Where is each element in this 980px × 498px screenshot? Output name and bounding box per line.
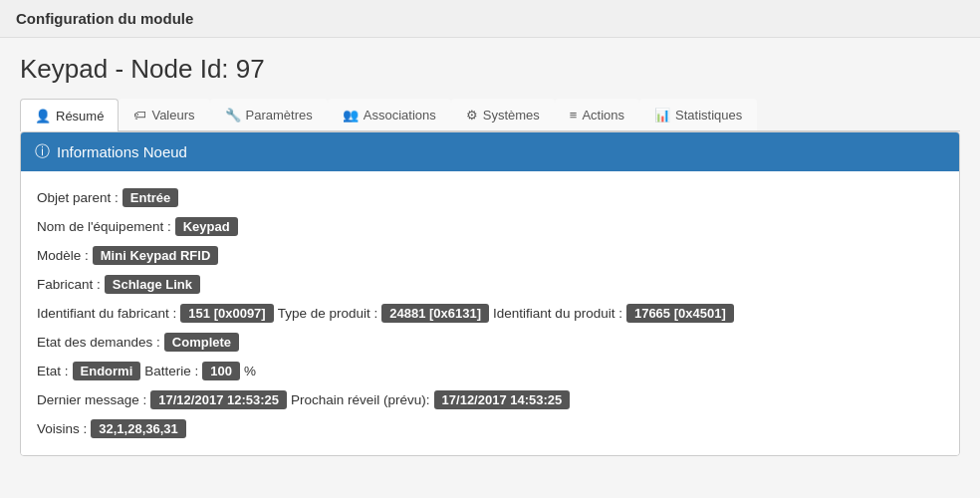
prochain-reveil-badge: 17/12/2017 14:53:25 [434,390,571,409]
batterie-suffix: % [244,364,256,378]
etat-demandes-label: Etat des demandes : [37,335,160,350]
prochain-reveil-label: Prochain réveil (prévu): [291,392,430,407]
modele-label: Modèle : [37,248,89,263]
people-icon: 👥 [343,108,359,123]
top-bar: Configuration du module [0,0,980,38]
tab-associations[interactable]: 👥 Associations [328,99,451,130]
nom-equipement-badge: Keypad [175,217,238,236]
tab-systemes[interactable]: ⚙ Systèmes [451,99,555,130]
gear-icon: ⚙ [466,108,478,123]
etat-label: Etat : [37,364,69,378]
wrench-icon: 🔧 [225,108,241,123]
row-objet-parent: Objet parent : Entrée [37,183,943,212]
nom-equipement-label: Nom de l'équipement : [37,219,171,234]
tab-actions[interactable]: ≡ Actions [555,99,639,130]
tab-valeurs[interactable]: 🏷 Valeurs [119,99,209,130]
voisins-label: Voisins : [37,421,87,436]
id-fabricant-label: Identifiant du fabricant : [37,306,176,321]
tab-resume[interactable]: 👤 Résumé [20,99,119,131]
info-header-title: Informations Noeud [57,143,187,160]
page-title: Keypad - Node Id: 97 [20,54,960,85]
row-modele: Modèle : Mini Keypad RFID [37,241,943,270]
row-voisins: Voisins : 32,1,28,36,31 [37,414,943,443]
voisins-badge: 32,1,28,36,31 [91,419,186,438]
fabricant-badge: Schlage Link [105,275,200,294]
row-dernier-message: Dernier message : 17/12/2017 12:53:25 Pr… [37,385,943,414]
tab-parametres[interactable]: 🔧 Paramètres [210,99,328,130]
row-etat-batterie: Etat : Endormi Batterie : 100 % [37,357,943,385]
dernier-message-label: Dernier message : [37,392,146,407]
chart-icon: 📊 [654,108,670,123]
fabricant-label: Fabricant : [37,277,101,292]
row-identifiants: Identifiant du fabricant : 151 [0x0097] … [37,299,943,328]
page-content: Keypad - Node Id: 97 👤 Résumé 🏷 Valeurs … [0,38,980,472]
info-header: ⓘ Informations Noeud [21,132,959,171]
batterie-badge: 100 [202,362,240,380]
list-icon: ≡ [570,108,578,123]
tab-systemes-label: Systèmes [483,108,540,123]
objet-parent-label: Objet parent : [37,190,119,205]
dernier-message-badge: 17/12/2017 12:53:25 [150,390,287,409]
etat-demandes-badge: Complete [164,333,239,352]
id-produit-badge: 17665 [0x4501] [626,304,734,323]
info-icon: ⓘ [35,142,50,161]
resume-icon: 👤 [35,109,51,124]
tabs-container: 👤 Résumé 🏷 Valeurs 🔧 Paramètres 👥 Associ… [20,99,960,131]
top-bar-title: Configuration du module [16,10,193,27]
id-fabricant-badge: 151 [0x0097] [180,304,273,323]
batterie-label: Batterie : [144,364,198,378]
etat-badge: Endormi [73,362,141,380]
tab-parametres-label: Paramètres [246,108,313,123]
modele-badge: Mini Keypad RFID [93,246,219,265]
tab-statistiques[interactable]: 📊 Statistiques [639,99,757,130]
type-produit-label: Type de produit : [278,306,378,321]
tag-icon: 🏷 [133,108,146,123]
tab-associations-label: Associations [364,108,436,123]
row-etat-demandes: Etat des demandes : Complete [37,328,943,357]
tab-statistiques-label: Statistiques [675,108,742,123]
objet-parent-badge: Entrée [122,188,178,207]
row-fabricant: Fabricant : Schlage Link [37,270,943,299]
info-body: Objet parent : Entrée Nom de l'équipemen… [21,171,959,455]
tab-resume-label: Résumé [56,109,104,124]
tab-valeurs-label: Valeurs [151,108,194,123]
row-nom-equipement: Nom de l'équipement : Keypad [37,212,943,241]
id-produit-label: Identifiant du produit : [493,306,622,321]
info-section: ⓘ Informations Noeud Objet parent : Entr… [20,131,960,456]
tab-actions-label: Actions [582,108,624,123]
type-produit-badge: 24881 [0x6131] [381,304,489,323]
